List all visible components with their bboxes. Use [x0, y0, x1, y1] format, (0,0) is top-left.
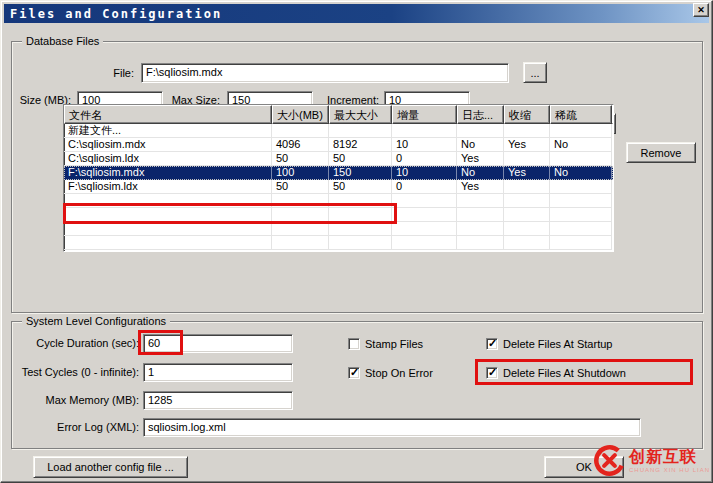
- database-files-legend: Database Files: [22, 35, 103, 47]
- remove-button[interactable]: Remove: [626, 142, 696, 163]
- file-table[interactable]: 文件名大小(MB)最大大小增量日志...收缩稀疏 新建文件...C:\sqlio…: [63, 104, 614, 252]
- table-cell: [550, 194, 612, 208]
- delete-files-startup-label: Delete Files At Startup: [503, 338, 612, 350]
- table-cell: [550, 180, 612, 194]
- table-row[interactable]: 新建文件...: [64, 124, 613, 138]
- system-level-legend: System Level Configurations: [22, 315, 170, 327]
- table-row-empty[interactable]: [64, 236, 613, 250]
- table-cell: [272, 222, 329, 236]
- stamp-files-label: Stamp Files: [365, 338, 423, 350]
- size-label: Size (MB):: [11, 94, 71, 106]
- delete-files-startup-checkbox[interactable]: Delete Files At Startup: [486, 338, 612, 350]
- column-header[interactable]: 日志...: [457, 105, 504, 124]
- table-cell: 8192: [329, 138, 392, 152]
- table-cell: [457, 236, 504, 250]
- stop-on-error-label: Stop On Error: [365, 367, 433, 379]
- table-cell: [392, 208, 457, 222]
- table-cell: [392, 236, 457, 250]
- table-cell: 0: [392, 180, 457, 194]
- table-cell: No: [457, 166, 504, 180]
- column-header[interactable]: 稀疏: [550, 105, 612, 124]
- table-cell: [550, 152, 612, 166]
- table-cell: [272, 236, 329, 250]
- table-cell: [550, 124, 612, 138]
- table-cell: 4096: [272, 138, 329, 152]
- table-cell: C:\sqliosim.mdx: [64, 138, 272, 152]
- table-cell: 10: [392, 138, 457, 152]
- table-cell: [329, 124, 392, 138]
- annotation-box-delete-shutdown: [475, 359, 693, 385]
- table-cell: No: [550, 166, 612, 180]
- stop-on-error-checkbox[interactable]: Stop On Error: [348, 367, 433, 379]
- test-cycles-label: Test Cycles (0 - infinite):: [11, 366, 139, 378]
- table-cell: 50: [272, 180, 329, 194]
- table-cell: [504, 222, 550, 236]
- table-cell: [457, 208, 504, 222]
- cycle-duration-label: Cycle Duration (sec):: [19, 337, 139, 349]
- table-cell: [504, 180, 550, 194]
- table-cell: Yes: [457, 180, 504, 194]
- watermark-logo: 创新互联 CHUANG XIN HU LIAN: [593, 444, 710, 477]
- table-cell: No: [457, 138, 504, 152]
- table-cell: 新建文件...: [64, 124, 272, 138]
- column-header-filler: [612, 105, 614, 124]
- table-cell: [550, 236, 612, 250]
- stamp-files-checkbox[interactable]: Stamp Files: [348, 338, 423, 350]
- table-cell: [329, 236, 392, 250]
- close-icon: ✕: [697, 6, 705, 15]
- table-row[interactable]: C:\sqliosim.ldx50500Yes: [64, 152, 613, 166]
- table-cell: [504, 124, 550, 138]
- table-cell: 50: [272, 152, 329, 166]
- table-cell: [392, 194, 457, 208]
- file-input[interactable]: F:\sqliosim.mdx: [141, 63, 509, 83]
- close-button[interactable]: ✕: [693, 3, 709, 17]
- table-cell: [392, 124, 457, 138]
- table-cell: [329, 222, 392, 236]
- column-header[interactable]: 大小(MB): [272, 105, 329, 124]
- error-log-label: Error Log (XML):: [19, 421, 139, 433]
- table-cell: [457, 222, 504, 236]
- watermark-subtext: CHUANG XIN HU LIAN: [629, 467, 710, 473]
- table-cell: F:\sqliosim.ldx: [64, 180, 272, 194]
- table-cell: [64, 236, 272, 250]
- table-row-empty[interactable]: [64, 222, 613, 236]
- table-cell: Yes: [504, 138, 550, 152]
- table-cell: [392, 222, 457, 236]
- table-cell: [457, 124, 504, 138]
- table-cell: [272, 124, 329, 138]
- watermark-name: 创新互联: [629, 449, 710, 465]
- max-memory-label: Max Memory (MB):: [19, 394, 139, 406]
- column-header[interactable]: 文件名: [64, 105, 272, 124]
- table-cell: [504, 152, 550, 166]
- max-memory-input[interactable]: 1285: [143, 391, 293, 410]
- file-table-header: 文件名大小(MB)最大大小增量日志...收缩稀疏: [64, 105, 613, 124]
- table-cell: [504, 208, 550, 222]
- column-header[interactable]: 最大大小: [329, 105, 392, 124]
- table-row[interactable]: F:\sqliosim.mdx10015010NoYesNo: [64, 166, 613, 180]
- table-cell: 100: [272, 166, 329, 180]
- file-label: File:: [41, 67, 134, 79]
- table-row[interactable]: F:\sqliosim.ldx50500Yes: [64, 180, 613, 194]
- stamp-files-checkbox-box[interactable]: [348, 338, 360, 350]
- test-cycles-input[interactable]: 1: [143, 363, 293, 382]
- table-cell: [457, 194, 504, 208]
- load-config-button[interactable]: Load another config file ...: [33, 456, 188, 478]
- watermark-circle-icon: [593, 444, 626, 477]
- table-cell: 50: [329, 180, 392, 194]
- table-cell: [504, 194, 550, 208]
- table-row[interactable]: C:\sqliosim.mdx4096819210NoYesNo: [64, 138, 613, 152]
- error-log-input[interactable]: sqliosim.log.xml: [143, 418, 641, 437]
- browse-button[interactable]: ...: [523, 62, 547, 83]
- stop-on-error-checkbox-box[interactable]: [348, 367, 360, 379]
- delete-files-startup-checkbox-box[interactable]: [486, 338, 498, 350]
- table-cell: F:\sqliosim.mdx: [64, 166, 272, 180]
- table-cell: [550, 222, 612, 236]
- annotation-box-cycle-duration: [138, 330, 183, 355]
- title-bar[interactable]: Files and Configuration: [4, 4, 709, 23]
- table-cell: [64, 222, 272, 236]
- column-header[interactable]: 收缩: [504, 105, 550, 124]
- column-header[interactable]: 增量: [392, 105, 457, 124]
- file-table-body: 新建文件...C:\sqliosim.mdx4096819210NoYesNoC…: [64, 124, 613, 250]
- table-cell: [550, 208, 612, 222]
- dialog-window: Files and Configuration ✕ Database Files…: [0, 0, 713, 483]
